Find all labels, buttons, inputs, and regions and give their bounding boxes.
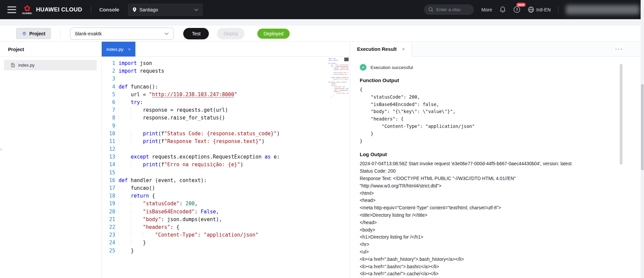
- search-input[interactable]: Enter a clou: [424, 4, 474, 15]
- project-cube-icon: [22, 31, 27, 36]
- hamburger-menu-icon[interactable]: [7, 6, 16, 13]
- function-toolbar: Project blank-exaktk Test Deploy Deploye…: [0, 26, 644, 42]
- page-scrollbar-track[interactable]: [641, 0, 644, 278]
- sidebar-title: Project: [0, 42, 101, 57]
- huawei-flower-icon: ✿: [24, 5, 30, 12]
- region-selector[interactable]: Santiago: [128, 4, 203, 16]
- log-output-title: Log Output: [360, 151, 644, 157]
- tab-close-icon[interactable]: ×: [128, 47, 131, 52]
- more-options-icon[interactable]: ···: [615, 45, 623, 53]
- project-sidebar: Project index.py: [0, 42, 102, 278]
- code-editor: index.py × 12345678910111213141516171819…: [102, 42, 350, 278]
- test-button[interactable]: Test: [183, 28, 209, 39]
- function-output-body: { "statusCode": 200, "isBase64Encoded": …: [360, 86, 644, 145]
- line-numbers: 1234567891011121314151617181920212223242…: [102, 60, 115, 278]
- editor-tab-index-py[interactable]: index.py ×: [102, 42, 135, 57]
- execution-status-text: Execution successful: [371, 65, 413, 70]
- nav-divider: [91, 6, 91, 13]
- console-link[interactable]: Console: [99, 7, 119, 12]
- deployed-status-badge: Deployed: [257, 29, 289, 39]
- huawei-logo-text: HUAWEI: [22, 12, 32, 14]
- chevron-down-icon: [194, 8, 198, 11]
- execution-result-panel: Execution Result × ··· ✓ Execution succe…: [350, 42, 644, 278]
- result-panel-scrollbar[interactable]: [620, 64, 622, 165]
- globe-icon: [528, 6, 534, 13]
- page-background-gap: [0, 19, 644, 26]
- help-icon[interactable]: ? NEW: [513, 6, 520, 13]
- region-value: Santiago: [139, 7, 192, 12]
- deploy-button[interactable]: Deploy: [217, 28, 245, 39]
- minimap-content[interactable]: import jsonimport requests def funcao():…: [328, 58, 349, 98]
- editor-tab-bar: index.py ×: [102, 42, 350, 57]
- result-tab-bar: Execution Result × ···: [350, 42, 644, 57]
- search-icon: [428, 7, 433, 12]
- code-lines[interactable]: import jsonimport requests def funcao():…: [119, 60, 350, 278]
- main-area: Project index.py index.py × 123456789101…: [0, 42, 644, 278]
- location-pin-icon: [132, 7, 137, 12]
- account-name-redacted[interactable]: [566, 5, 639, 14]
- function-output-title: Function Output: [360, 77, 644, 83]
- project-button[interactable]: Project: [16, 28, 51, 39]
- page-scrollbar-thumb[interactable]: [641, 84, 644, 170]
- search-placeholder: Enter a clou: [436, 7, 460, 12]
- svg-text:?: ?: [516, 8, 518, 12]
- tab-close-icon[interactable]: ×: [402, 46, 405, 52]
- code-area[interactable]: 1234567891011121314151617181920212223242…: [102, 57, 350, 278]
- result-content: ✓ Execution successful Function Output {…: [350, 57, 644, 278]
- function-select[interactable]: blank-exaktk: [70, 28, 174, 40]
- nav-divider: [558, 6, 558, 13]
- toolbar-divider: [60, 29, 61, 39]
- execution-status-row: ✓ Execution successful: [360, 64, 644, 71]
- success-check-icon: ✓: [360, 64, 366, 71]
- more-link[interactable]: More: [481, 7, 492, 12]
- file-name: index.py: [18, 63, 34, 68]
- huawei-logo[interactable]: ✿ HUAWEI: [22, 5, 32, 14]
- file-item-index-py[interactable]: index.py: [4, 60, 97, 70]
- sidebar-collapse-handle[interactable]: ›: [0, 146, 2, 152]
- locale-value: Intl-EN: [536, 7, 551, 12]
- log-output-body: 2024-07-04T13:08:58Z Start invoke reques…: [360, 160, 644, 278]
- top-nav: ✿ HUAWEI HUAWEI CLOUD Console Santiago E…: [0, 0, 644, 19]
- brand-name: HUAWEI CLOUD: [36, 6, 82, 13]
- new-badge: NEW: [516, 3, 526, 7]
- file-icon: [11, 63, 15, 68]
- function-select-value: blank-exaktk: [75, 31, 102, 36]
- locale-selector[interactable]: Intl-EN: [528, 6, 551, 13]
- tab-execution-result[interactable]: Execution Result ×: [350, 42, 412, 57]
- chevron-down-icon: [164, 32, 169, 35]
- editor-scrollbar-thumb[interactable]: [344, 58, 349, 61]
- notifications-bell-icon[interactable]: [500, 6, 506, 13]
